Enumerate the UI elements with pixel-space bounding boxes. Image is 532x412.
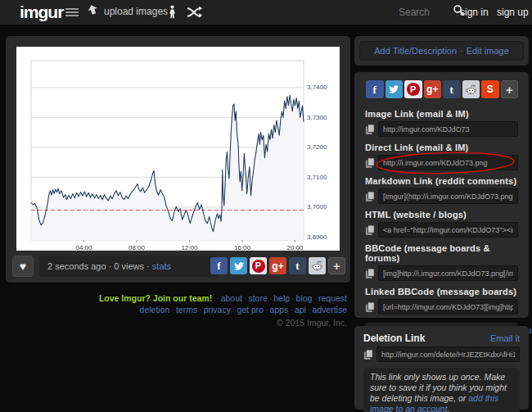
add-title-link[interactable]: Add Title/Description [374,46,457,56]
favorite-heart-button[interactable]: ♥ [12,256,34,277]
svg-text:3,7400: 3,7400 [307,84,327,91]
svg-text:3,7200: 3,7200 [307,143,327,151]
stumbleupon-icon[interactable]: S [481,80,499,98]
html-link-input[interactable] [378,222,518,238]
deletion-link-input[interactable] [376,346,520,362]
link-section-title: HTML (website / blogs) [365,210,518,220]
sign-up-link[interactable]: sign up [497,7,529,18]
footer-links-row: Love Imgur? Join our team! ·about·store·… [6,292,347,315]
deletion-link-box: Deletion Link Email it This link only sh… [354,326,529,410]
image-link-input[interactable] [378,121,518,137]
twitter-icon[interactable] [230,257,247,274]
footer-link-privacy[interactable]: privacy [204,305,231,315]
upload-images-label: upload images [104,6,168,17]
link-section-title: Linked BBCode (message boards) [365,287,518,297]
deletion-note: This link only shows up once. Make sure … [363,368,520,412]
share-icons-row: fPg+tS+ [365,79,518,103]
reddit-icon[interactable] [309,257,326,274]
search-area [397,4,465,20]
site-footer: Love Imgur? Join our team! ·about·store·… [6,292,347,328]
copy-icon[interactable] [363,349,373,360]
copy-icon[interactable] [365,124,375,135]
link-section-linked-bbcode: Linked BBCode (message boards) [365,287,518,315]
link-section-title: Markdown Link (reddit comments) [365,176,518,186]
top-navigation-bar: imgur upload images sign in sign up [0,0,532,25]
facebook-icon[interactable]: f [210,257,228,274]
svg-text:12:00: 12:00 [181,244,198,250]
image-action-bar: ♥ 2 seconds ago · 0 views · stats fPg+t+ [6,256,350,277]
imgur-logo[interactable]: imgur [20,2,63,22]
upload-images-button[interactable]: upload images [87,4,168,19]
link-section-image: Image Link (email & IM) [365,109,518,137]
email-it-link[interactable]: Email it [490,333,520,343]
footer-link-store[interactable]: store [248,293,267,303]
svg-text:3,7100: 3,7100 [307,174,327,181]
copy-icon[interactable] [365,268,375,279]
link-section-markdown: Markdown Link (reddit comments) [365,176,518,204]
price-chart: 3,74003,73003,72003,71003,70003,690004:0… [17,48,339,250]
tumblr-icon[interactable]: t [443,80,461,98]
svg-text:3,7300: 3,7300 [307,114,327,121]
footer-link-help[interactable]: help [273,293,290,303]
footer-link-advertise[interactable]: advertise [312,305,347,315]
linked-bbcode-input[interactable] [378,299,518,315]
stats-link[interactable]: stats [152,261,171,271]
tumblr-icon[interactable]: t [289,257,306,274]
pinterest-icon[interactable]: P [250,257,267,274]
markdown-link-input[interactable] [378,188,518,204]
imgur-page: imgur upload images sign in sign up [0,0,532,412]
gallery-person-icon[interactable] [168,4,177,20]
svg-text:16:00: 16:00 [234,244,251,250]
copy-icon[interactable] [365,224,375,236]
share-icons-row: fPg+t+ [210,257,345,274]
uploaded-image[interactable]: 3,74003,73003,72003,71003,70003,690004:0… [17,48,339,250]
add-icon[interactable]: + [328,257,345,274]
copy-icon[interactable] [365,301,375,313]
direct-link-input[interactable] [378,155,518,170]
googleplus-icon[interactable]: g+ [269,257,286,274]
upload-arrow-icon [87,4,99,19]
link-section-title: Image Link (email & IM) [365,109,518,119]
svg-text:3,7000: 3,7000 [307,203,327,211]
link-section-title: Direct Link (email & IM) [365,143,518,152]
footer-link-api[interactable]: api [295,305,306,315]
svg-text:20:00: 20:00 [287,244,304,250]
copyright-text: © 2015 Imgur, Inc. [6,317,347,328]
copy-icon[interactable] [365,191,375,202]
link-section-title: BBCode (message boards & forums) [365,243,518,263]
view-count: 0 views [114,261,144,271]
upload-time: 2 seconds ago [47,261,106,271]
footer-link-terms[interactable]: terms [176,305,197,315]
title-description-box: Add Title/Description · Edit image [354,36,529,66]
svg-text:3,6900: 3,6900 [307,233,327,241]
add-icon[interactable]: + [501,80,519,98]
link-section-bbcode: BBCode (message boards & forums) [365,243,518,281]
footer-link-apps[interactable]: apps [270,305,289,315]
googleplus-icon[interactable]: g+ [424,80,442,98]
share-links-box: fPg+tS+ Image Link (email & IM) Direct L… [354,72,529,318]
svg-text:04:00: 04:00 [75,244,92,250]
facebook-icon[interactable]: f [366,80,384,98]
footer-link-blog[interactable]: blog [296,293,313,303]
sign-in-link[interactable]: sign in [460,7,489,18]
bbcode-link-input[interactable] [378,265,518,281]
link-section-direct: Direct Link (email & IM) [365,143,518,170]
svg-text:08:00: 08:00 [128,244,146,250]
deletion-link-title: Deletion Link [363,333,425,344]
pinterest-icon[interactable]: P [404,80,422,98]
footer-link-get-pro[interactable]: get pro [237,305,264,315]
image-meta: 2 seconds ago · 0 views · stats [39,256,218,277]
image-panel: 3,74003,73003,72003,71003,70003,690004:0… [6,36,350,283]
footer-link-about[interactable]: about [221,293,242,303]
reddit-icon[interactable] [462,80,480,98]
edit-image-link[interactable]: Edit image [467,46,509,56]
search-input[interactable] [397,6,448,19]
twitter-icon[interactable] [385,80,404,98]
link-section-html: HTML (website / blogs) [365,210,518,238]
copy-icon[interactable] [365,157,375,169]
random-shuffle-icon[interactable] [187,7,202,18]
join-team-link[interactable]: Love Imgur? Join our team! [99,293,212,303]
menu-icon[interactable] [65,8,79,10]
